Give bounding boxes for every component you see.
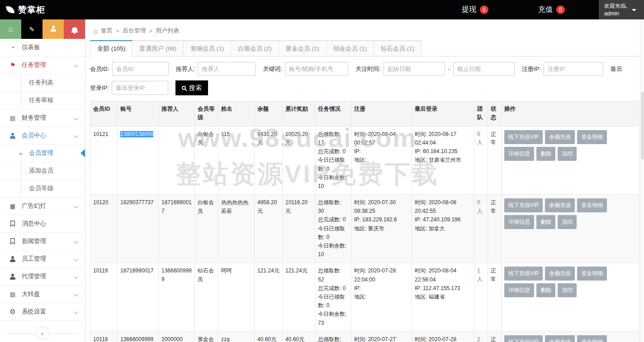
action-button-3[interactable]: 详细信息 (504, 215, 534, 229)
sidebar-item-9[interactable]: ▦广告幻灯 (0, 197, 85, 215)
sidebar-item-5[interactable]: 会员中心 (0, 127, 85, 145)
cell-referrer: 13666009999 (159, 263, 195, 331)
cell-status: 正常 (488, 195, 502, 263)
cell-level: 黄金会员 (195, 331, 218, 342)
action-button-0[interactable]: 线下充值VIP (504, 267, 543, 281)
chevron-down-icon (74, 309, 78, 314)
sidebar-item-13[interactable]: 代理管理 (0, 268, 85, 286)
breadcrumb: ⌂ 首页>后台管理>用户列表 (85, 19, 644, 40)
cell-team: 0 人 (474, 195, 488, 263)
chevron-down-icon (74, 116, 78, 120)
member-id-input[interactable] (112, 62, 169, 76)
sidebar-subitem-6[interactable]: »会员管理 (0, 145, 85, 162)
tab-0[interactable]: 全部 (105) (90, 40, 133, 56)
action-button-1[interactable]: 余额充值 (545, 130, 575, 144)
action-button-5[interactable]: 冻结 (558, 283, 577, 297)
withdraw-link[interactable]: 提现 0 (462, 5, 488, 14)
users-icon-button[interactable] (43, 19, 64, 39)
admin-menu[interactable]: 欢迎光临, admin (599, 0, 644, 19)
collapse-left-icon[interactable]: « (36, 327, 49, 340)
team-count-link[interactable]: 2 人 (477, 336, 483, 342)
cell-referrer: 18716990017 (159, 195, 195, 263)
action-button-4[interactable]: 删除 (536, 283, 555, 297)
breadcrumb-item-0[interactable]: 首页 (101, 27, 113, 35)
register-ip-input[interactable] (544, 62, 603, 76)
table-row: 1012113800138000白银会员1159431.20元10025.20元… (90, 126, 639, 194)
user-icon (8, 133, 17, 139)
cell-account: 18290377737 (118, 195, 159, 263)
cell-balance: 4958.20元 (255, 195, 283, 263)
action-button-5[interactable]: 冻结 (558, 215, 577, 229)
tab-6[interactable]: 钻石会员 (1) (374, 40, 421, 56)
tab-1[interactable]: 普通用户 (98) (132, 40, 184, 56)
cell-account: 13666009999 (118, 331, 159, 342)
chevron-down-icon (74, 204, 78, 208)
sidebar-subitem-3[interactable]: 任务审核 (0, 92, 85, 109)
chevron-down-icon (74, 292, 78, 296)
cell-level: 钻石会员 (195, 263, 218, 331)
action-button-3[interactable]: 详细信息 (504, 147, 534, 161)
tab-3[interactable]: 白银会员 (2) (231, 40, 279, 56)
pencil-icon-button[interactable]: ✎ (21, 19, 43, 39)
vertical-scrollbar[interactable] (640, 19, 644, 342)
home-icon-button[interactable]: ⌂ (0, 19, 21, 39)
column-header-9: 最后登录 (412, 101, 474, 126)
chevron-down-icon (74, 239, 78, 244)
action-button-3[interactable]: 详细信息 (504, 283, 534, 297)
brand-title: 赞掌柜 (18, 4, 45, 16)
sidebar-item-0[interactable]: ◔仪表板 (0, 39, 85, 56)
breadcrumb-separator: > (149, 28, 153, 34)
action-button-1[interactable]: 余额充值 (545, 335, 575, 342)
tab-5[interactable]: 铂金会员 (1) (326, 40, 374, 56)
top-bar: 赞掌柜 提现 0 充值 0 欢迎光临, admin (0, 0, 644, 19)
last-login-ip-input[interactable] (112, 81, 168, 95)
recharge-link[interactable]: 充值 0 (538, 5, 565, 14)
sidebar-item-1[interactable]: ⚑任务管理 (0, 56, 85, 74)
sidebar-subitem-7[interactable]: 添加会员 (0, 162, 85, 180)
action-button-0[interactable]: 线下充值VIP (504, 335, 543, 342)
sidebar-item-10[interactable]: 消息中心 (0, 215, 85, 233)
cell-last-login: 时间: 2020-07-28 11:02:57IP: 219.133.177.6… (412, 331, 474, 342)
end-date-input[interactable] (453, 62, 515, 76)
home-icon: ⌂ (9, 25, 13, 33)
search-button[interactable]: 搜索 (175, 80, 208, 95)
tab-2[interactable]: 青铜会员 (1) (183, 40, 231, 56)
action-button-4[interactable]: 删除 (536, 215, 555, 229)
tab-4[interactable]: 黄金会员 (2) (279, 40, 327, 56)
action-button-5[interactable]: 冻结 (558, 147, 577, 161)
action-button-0[interactable]: 线下充值VIP (504, 130, 543, 144)
cell-status: 正常 (488, 126, 502, 194)
action-button-2[interactable]: 资金明细 (577, 198, 607, 212)
team-count-link[interactable]: 0 人 (477, 199, 483, 214)
column-header-0: 会员ID (90, 101, 118, 126)
column-header-6: 累计奖励 (283, 101, 315, 126)
sidebar-item-11[interactable]: 新闻管理 (0, 233, 85, 250)
sidebar-subitem-8[interactable]: 会员等级 (0, 180, 85, 197)
start-date-input[interactable] (384, 62, 445, 76)
action-button-2[interactable]: 资金明细 (577, 267, 607, 281)
referrer-input[interactable] (198, 62, 256, 76)
action-button-2[interactable]: 资金明细 (577, 130, 607, 144)
cell-register: 时间: 2020-07-28 22:04:00IP: 地区: (351, 263, 412, 331)
scrollbar-thumb[interactable] (641, 92, 644, 159)
column-header-5: 余额 (255, 101, 283, 126)
breadcrumb-item-2[interactable]: 用户列表 (156, 27, 179, 35)
breadcrumb-item-1[interactable]: 后台管理 (123, 27, 146, 35)
action-button-2[interactable]: 资金明细 (577, 335, 607, 342)
action-button-1[interactable]: 余额充值 (545, 198, 575, 212)
keyword-input[interactable] (285, 62, 348, 76)
team-count-link[interactable]: 1 人 (477, 267, 483, 282)
column-header-12: 操作 (502, 101, 639, 126)
action-button-4[interactable]: 删除 (536, 147, 555, 161)
team-count-link[interactable]: 0 人 (477, 131, 483, 146)
sidebar-item-14[interactable]: ▤大转盘 (0, 286, 85, 303)
action-button-1[interactable]: 余额充值 (545, 267, 575, 281)
sidebar-item-15[interactable]: ⚙系统设置 (0, 303, 85, 321)
sidebar-subitem-2[interactable]: 任务列表 (0, 74, 85, 92)
bell-icon-button[interactable] (64, 19, 85, 39)
sidebar-item-12[interactable]: 员工管理 (0, 250, 85, 268)
sidebar-item-4[interactable]: ▤财务管理 (0, 109, 85, 127)
search-button-label: 搜索 (189, 84, 202, 92)
cell-last-login: 时间: 2020-08-04 22:56:04IP: 112.47.155.17… (412, 263, 474, 331)
action-button-0[interactable]: 线下充值VIP (504, 198, 543, 212)
